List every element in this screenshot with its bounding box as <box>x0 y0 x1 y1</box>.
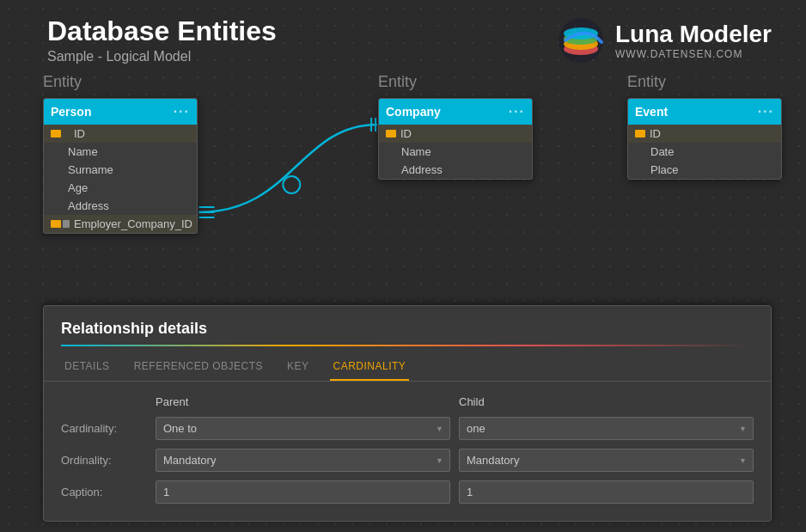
caption-child-input[interactable] <box>459 480 754 504</box>
entity-person-address-row: Address <box>44 197 197 215</box>
relationship-panel: Relationship details DETAILS REFERENCED … <box>43 305 772 522</box>
panel-divider <box>61 345 754 346</box>
person-surname-field: Surname <box>68 163 113 176</box>
entity-event-header[interactable]: Event ··· <box>628 99 781 125</box>
header: Database Entities Sample - Logical Model… <box>0 0 806 73</box>
entity-company-name: Company <box>386 105 441 119</box>
parent-column-header: Parent <box>156 395 450 408</box>
entity-person-group: Entity Person ··· ID Name Surname Age <box>43 73 198 234</box>
entity-event-name: Event <box>635 105 668 119</box>
cardinality-child-wrapper[interactable]: one many zero or one <box>459 417 754 440</box>
entity-person-name: Person <box>51 105 91 119</box>
brand-name: Luna Modeler <box>615 21 772 48</box>
ordinality-child-select[interactable]: Mandatory Optional <box>459 449 754 472</box>
entity-company-menu[interactable]: ··· <box>509 104 525 119</box>
entity-person-label: Entity <box>43 73 198 91</box>
entity-event-group: Entity Event ··· ID Date Place <box>627 73 782 180</box>
entity-event-place-row: Place <box>628 161 781 179</box>
panel-title: Relationship details <box>44 306 771 338</box>
diagram-area: Entity Person ··· ID Name Surname Age <box>43 73 772 245</box>
entity-person-age-row: Age <box>44 179 197 197</box>
tab-details[interactable]: DETAILS <box>61 353 113 381</box>
field-grid: Parent Child Cardinality: One to Zero or… <box>61 395 754 504</box>
person-age-field: Age <box>68 181 88 194</box>
child-column-header: Child <box>459 395 754 408</box>
tab-cardinality[interactable]: CARDINALITY <box>330 353 410 381</box>
spacer <box>63 130 70 138</box>
fk-link-icon <box>63 220 70 228</box>
entity-company-group: Entity Company ··· ID Name Address <box>378 73 533 180</box>
entity-company-name-row: Name <box>379 143 532 161</box>
caption-parent-input[interactable] <box>156 480 450 504</box>
tabs-container: DETAILS REFERENCED OBJECTS KEY CARDINALI… <box>44 353 771 382</box>
ordinality-child-wrapper[interactable]: Mandatory Optional <box>459 449 754 472</box>
ordinality-parent-select[interactable]: Mandatory Optional <box>156 449 450 472</box>
pk-fk-icons <box>51 130 70 138</box>
app-subtitle: Sample - Logical Model <box>47 49 277 64</box>
entity-company-address-row: Address <box>379 161 532 179</box>
header-left: Database Entities Sample - Logical Model <box>47 15 277 64</box>
logo-icon <box>557 16 605 64</box>
fk-icons <box>51 220 70 228</box>
event-id-field: ID <box>650 127 661 140</box>
company-name-field: Name <box>401 145 431 158</box>
person-name-field: Name <box>68 145 98 158</box>
caption-label: Caption: <box>61 486 147 498</box>
cardinality-parent-wrapper[interactable]: One to Zero or one to Many to <box>156 417 450 440</box>
cardinality-child-select[interactable]: one many zero or one <box>459 417 754 440</box>
cardinality-label: Cardinality: <box>61 422 147 435</box>
brand-website: WWW.DATENSEN.COM <box>615 48 772 60</box>
tab-key[interactable]: KEY <box>284 353 313 381</box>
entity-company-header[interactable]: Company ··· <box>379 99 532 125</box>
app-title: Database Entities <box>47 15 277 47</box>
entity-event-menu[interactable]: ··· <box>758 104 774 119</box>
svg-point-10 <box>283 176 300 193</box>
panel-content: Parent Child Cardinality: One to Zero or… <box>44 382 771 517</box>
ordinality-parent-wrapper[interactable]: Mandatory Optional <box>156 449 450 472</box>
company-id-field: ID <box>400 127 412 140</box>
fk-key-icon <box>51 220 61 228</box>
person-employer-field: Employer_Company_ID <box>74 217 192 230</box>
company-pk-icon <box>386 130 396 138</box>
entity-person-name-row: Name <box>44 143 197 161</box>
header-right: Luna Modeler WWW.DATENSEN.COM <box>557 16 772 64</box>
event-pk-icon <box>635 130 645 138</box>
entity-event-id-row: ID <box>628 125 781 143</box>
ordinality-label: Ordinality: <box>61 454 147 467</box>
company-address-field: Address <box>401 163 443 176</box>
entity-event-label: Entity <box>627 73 782 91</box>
person-id-field: ID <box>74 127 85 140</box>
entity-person-fk-row: Employer_Company_ID <box>44 215 197 233</box>
pk-icon <box>51 130 61 138</box>
event-place-field: Place <box>650 163 679 176</box>
brand-text: Luna Modeler WWW.DATENSEN.COM <box>615 21 772 60</box>
entity-event-date-row: Date <box>628 143 781 161</box>
entity-person-menu[interactable]: ··· <box>174 104 190 119</box>
entity-person-header[interactable]: Person ··· <box>44 99 197 125</box>
entity-company-box[interactable]: Company ··· ID Name Address <box>378 98 533 180</box>
entity-company-id-row: ID <box>379 125 532 143</box>
entity-event-box[interactable]: Event ··· ID Date Place <box>627 98 782 180</box>
entity-person-id-row: ID <box>44 125 197 143</box>
event-date-field: Date <box>650 145 674 158</box>
entity-person-surname-row: Surname <box>44 161 197 179</box>
entity-company-label: Entity <box>378 73 533 91</box>
entity-person-box[interactable]: Person ··· ID Name Surname Age Address <box>43 98 198 234</box>
cardinality-parent-select[interactable]: One to Zero or one to Many to <box>156 417 450 440</box>
person-address-field: Address <box>68 199 109 212</box>
tab-referenced-objects[interactable]: REFERENCED OBJECTS <box>131 353 266 381</box>
